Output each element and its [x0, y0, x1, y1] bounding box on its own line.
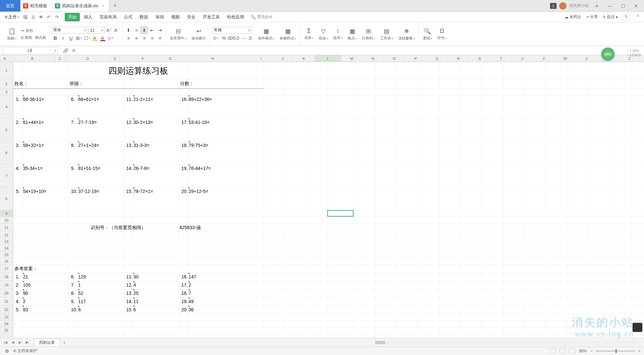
- row-header-11[interactable]: 11: [0, 224, 13, 232]
- row-header-13[interactable]: 13: [0, 238, 13, 245]
- valign-bottom-icon[interactable]: ⬇: [141, 27, 148, 34]
- close-icon[interactable]: ×: [102, 3, 104, 8]
- align-right-icon[interactable]: ≡: [141, 35, 148, 42]
- sheet-nav[interactable]: |◀◀▶▶|: [0, 340, 33, 344]
- maximize-button[interactable]: ☐: [618, 1, 628, 11]
- indent-decrease-icon[interactable]: ⇤: [149, 27, 156, 34]
- symbol-button[interactable]: Ω符号: [435, 27, 448, 41]
- decimal-inc-icon[interactable]: .0→: [236, 35, 243, 42]
- border-icon[interactable]: ⊞: [75, 35, 82, 42]
- row-header-12[interactable]: 12: [0, 232, 13, 238]
- tab-layout[interactable]: 页面布局: [96, 13, 120, 21]
- cell-style-icon[interactable]: ☐: [83, 35, 90, 42]
- underline-icon[interactable]: U: [67, 35, 75, 42]
- tab-review[interactable]: 审阅: [152, 13, 167, 21]
- row-header-19[interactable]: 19: [0, 281, 13, 289]
- row-header-18[interactable]: 18: [0, 273, 13, 281]
- wrap-text-button[interactable]: ↩自动换行: [190, 27, 208, 41]
- col-header-P[interactable]: P: [405, 55, 426, 61]
- font-color-icon[interactable]: A: [99, 35, 106, 42]
- clear-format-icon[interactable]: ◇: [107, 35, 114, 42]
- merge-center-button[interactable]: ⊟合并居中: [168, 27, 188, 41]
- zoom-slider[interactable]: [596, 350, 635, 352]
- sheet-tab[interactable]: 四则运算: [34, 339, 60, 346]
- fill-color-icon[interactable]: A: [91, 35, 98, 42]
- preview-icon[interactable]: 👁: [37, 13, 45, 21]
- col-header-M[interactable]: M: [341, 55, 362, 61]
- col-header-C[interactable]: C: [56, 55, 65, 61]
- collapse-ribbon-icon[interactable]: ⌃: [634, 13, 641, 21]
- copy-button[interactable]: ⎘复制: [20, 35, 33, 41]
- increase-font-icon[interactable]: A⁺: [105, 27, 113, 34]
- col-header-B[interactable]: B: [10, 55, 56, 61]
- row-header-2[interactable]: 2: [0, 79, 13, 89]
- filter-button[interactable]: ▽筛选: [317, 27, 330, 41]
- col-header-L[interactable]: L: [315, 55, 341, 61]
- worksheet-button[interactable]: ▤工作表: [378, 27, 395, 41]
- font-size-select[interactable]: 12▾: [88, 27, 105, 34]
- col-header-F[interactable]: F: [120, 55, 166, 61]
- valign-middle-icon[interactable]: ≡: [133, 27, 140, 34]
- col-header-Q[interactable]: Q: [426, 55, 448, 61]
- sum-button[interactable]: Σ求和: [302, 27, 315, 41]
- help-icon[interactable]: ?: [622, 13, 630, 21]
- conditional-format-button[interactable]: ▦条件格式: [256, 27, 276, 41]
- selected-cell[interactable]: [327, 210, 354, 217]
- col-header-G[interactable]: G: [166, 55, 175, 61]
- col-header-S[interactable]: S: [469, 55, 491, 61]
- tab-devtools[interactable]: 开发工具: [199, 13, 223, 21]
- col-header-N[interactable]: N: [362, 55, 384, 61]
- row-header-6[interactable]: 6: [0, 141, 13, 164]
- settings-icon[interactable]: ⚙: [3, 347, 11, 355]
- cells-area[interactable]: 四则运算练习板姓名：班级：分数：1.68-36-11=6.68+61×1=11.…: [13, 62, 644, 342]
- command-search[interactable]: 🔍 查找命令: [251, 14, 273, 20]
- float-percent-badge[interactable]: 68%: [601, 48, 614, 61]
- row-header-7[interactable]: 7: [0, 164, 13, 187]
- indent-increase-icon[interactable]: ⇥: [156, 27, 164, 34]
- normal-view-icon[interactable]: [549, 348, 556, 354]
- comma-icon[interactable]: 000: [228, 35, 235, 42]
- template-tab[interactable]: D 稻壳模板: [20, 0, 52, 12]
- tab-data[interactable]: 数据: [136, 13, 151, 21]
- col-header-K[interactable]: K: [293, 55, 315, 61]
- page-view-icon[interactable]: [559, 348, 566, 354]
- col-header-E[interactable]: E: [111, 55, 120, 61]
- comment-button[interactable]: ✎批注▾: [603, 14, 618, 20]
- minimize-button[interactable]: —: [605, 1, 615, 11]
- redo-icon[interactable]: ↷: [53, 13, 60, 21]
- col-header-W[interactable]: W: [555, 55, 576, 61]
- print-icon[interactable]: ⎙: [30, 13, 37, 21]
- reading-view-icon[interactable]: [569, 348, 576, 354]
- tab-start[interactable]: 开始: [65, 13, 80, 21]
- cut-button[interactable]: ✂剪切: [20, 28, 47, 34]
- zoom-out-button[interactable]: −: [590, 349, 592, 353]
- sync-status[interactable]: ☁未同步: [564, 14, 581, 20]
- row-col-button[interactable]: ⊞行和列: [360, 27, 377, 41]
- table-style-button[interactable]: ▦表格样式: [278, 27, 298, 41]
- row-header-14[interactable]: 14: [0, 245, 13, 251]
- name-box[interactable]: L9▾: [2, 47, 58, 54]
- valign-top-icon[interactable]: ⬆: [125, 27, 132, 34]
- decrease-font-icon[interactable]: A⁻: [113, 27, 121, 34]
- find-button[interactable]: 🔍查找: [421, 27, 434, 41]
- row-header-25[interactable]: 25: [0, 327, 13, 334]
- share-button[interactable]: ↗分享: [586, 14, 598, 20]
- col-header-V[interactable]: V: [533, 55, 555, 61]
- col-header-R[interactable]: R: [448, 55, 469, 61]
- zoom-in-button[interactable]: +: [638, 349, 641, 353]
- row-header-8[interactable]: 8: [0, 187, 13, 210]
- row-header-3[interactable]: 3: [0, 89, 13, 95]
- file-menu[interactable]: 文件▾: [3, 14, 21, 20]
- notification-badge[interactable]: 1: [550, 3, 557, 9]
- col-header-I[interactable]: I: [251, 55, 272, 61]
- row-header-10[interactable]: 10: [0, 217, 13, 224]
- row-header-16[interactable]: 16: [0, 258, 13, 265]
- number-format-select[interactable]: 常规▾: [212, 27, 252, 34]
- format-painter-button[interactable]: 格式刷: [34, 35, 47, 41]
- tab-view[interactable]: 视图: [168, 13, 183, 21]
- row-header-9[interactable]: 9: [0, 210, 13, 217]
- close-button[interactable]: ✕: [631, 1, 641, 11]
- col-header-H[interactable]: H: [175, 55, 251, 61]
- freeze-button[interactable]: ❄冻结窗格: [396, 27, 417, 41]
- align-center-icon[interactable]: ≡: [133, 35, 140, 42]
